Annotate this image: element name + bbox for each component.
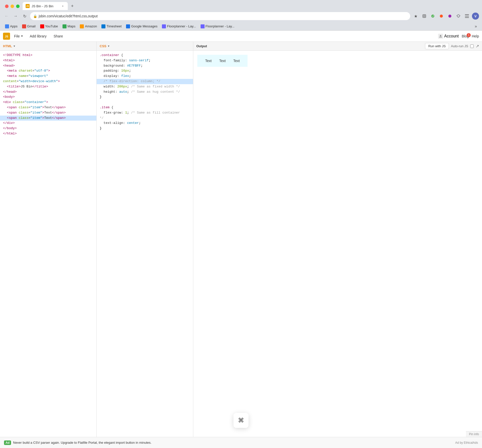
youtube-label: YouTube: [45, 24, 58, 28]
code-line: <span class="item">Text</span>: [0, 110, 96, 116]
output-text-3: Text: [229, 59, 244, 63]
bookmark-floorplanner-2[interactable]: Floorplanner - Lay...: [199, 23, 236, 29]
ad-text: Never build a CSV parser again. Upgrade …: [13, 441, 453, 444]
file-dropdown-icon: ▼: [21, 35, 23, 37]
gmessages-favicon: [126, 24, 130, 28]
code-line: <head>: [0, 63, 96, 69]
code-line-highlighted: <span class="item">Text</span>: [0, 116, 96, 121]
extension-button-3[interactable]: [446, 13, 453, 20]
svg-text:JS: JS: [5, 35, 8, 38]
code-line: content="width=device-width">: [0, 79, 96, 84]
html-dropdown-icon[interactable]: ▼: [13, 45, 16, 47]
svg-point-5: [448, 15, 451, 18]
ad-bar: Ad Never build a CSV parser again. Upgra…: [0, 437, 482, 448]
output-content: Text Text Text: [193, 51, 482, 448]
bookmarks-bar: Apps Gmail YouTube Maps Amazon Timesheet…: [0, 22, 482, 31]
css-panel-label: CSS: [100, 44, 106, 48]
code-line: .item {: [97, 105, 193, 110]
floorplanner1-favicon: [162, 24, 166, 28]
bookmark-gmail[interactable]: Gmail: [20, 23, 38, 29]
code-line: padding: 16px;: [97, 68, 193, 74]
svg-rect-8: [465, 17, 469, 18]
jsbin-logo: JS: [3, 33, 10, 40]
reader-mode-button[interactable]: [421, 13, 428, 20]
output-rendered-container: Text Text Text: [197, 55, 248, 67]
bookmark-youtube[interactable]: YouTube: [38, 23, 60, 29]
code-line: </html>: [0, 131, 96, 136]
account-label: Account: [444, 34, 459, 38]
html-code-editor[interactable]: <!DOCTYPE html> <html> <head> <meta char…: [0, 51, 96, 448]
code-line: <div class="container">: [0, 100, 96, 105]
css-panel-header: CSS ▼: [97, 42, 193, 51]
address-bar-input[interactable]: 🔒 jsbin.com/vicatuc/edit?html,css,output: [30, 12, 410, 20]
active-tab[interactable]: JS JS Bin - JS Bin ×: [23, 2, 68, 10]
refresh-button[interactable]: ↻: [21, 13, 28, 20]
browser-toolbar-icons: ★ ↺: [412, 13, 479, 20]
css-dropdown-icon[interactable]: ▼: [107, 45, 110, 47]
toolbar-right: Account Blog 1 Help: [438, 34, 479, 39]
code-line: text-align: center;: [97, 121, 193, 126]
floorplanner2-label: Floorplanner - Lay...: [206, 24, 234, 28]
expand-output-button[interactable]: ↗: [476, 44, 479, 48]
amazon-label: Amazon: [85, 24, 97, 28]
code-line: </head>: [0, 89, 96, 95]
code-line: <title>JS Bin</title>: [0, 84, 96, 89]
code-line: .container {: [97, 53, 193, 58]
code-line: */: [97, 116, 193, 121]
amazon-favicon: [80, 24, 84, 28]
timesheet-label: Timesheet: [106, 24, 122, 28]
output-panel: Output Run with JS Auto-run JS ↗ Text Te…: [193, 42, 482, 448]
css-panel: CSS ▼ .container { font-family: sans-ser…: [97, 42, 193, 448]
autorun-checkbox[interactable]: [470, 44, 474, 48]
chrome-menu-button[interactable]: [463, 13, 470, 20]
code-line: background: #E7FBFF;: [97, 63, 193, 69]
tab-title: JS Bin - JS Bin: [32, 4, 59, 8]
maps-label: Maps: [68, 24, 76, 28]
profile-avatar[interactable]: V: [472, 13, 479, 20]
bookmark-gmessages[interactable]: Google Messages: [124, 23, 159, 29]
bookmark-apps[interactable]: Apps: [3, 23, 20, 29]
keyboard-shortcut-overlay: ⌘: [233, 413, 249, 428]
back-button[interactable]: ←: [3, 13, 10, 20]
extension-button-1[interactable]: ↺: [429, 13, 436, 20]
blog-badge: 1: [467, 33, 471, 37]
code-line: flex-grow: 1; /* Same as fill container: [97, 110, 193, 116]
bookmark-amazon[interactable]: Amazon: [78, 23, 99, 29]
forward-button[interactable]: →: [12, 13, 19, 20]
output-text-2: Text: [215, 59, 229, 63]
bookmark-timesheet[interactable]: Timesheet: [99, 23, 124, 29]
file-menu-button[interactable]: File ▼: [12, 33, 25, 39]
tab-close-button[interactable]: ×: [61, 4, 65, 8]
svg-rect-0: [423, 15, 426, 18]
floorplanner2-favicon: [201, 24, 205, 28]
gmessages-label: Google Messages: [131, 24, 157, 28]
jsbin-app: JS File ▼ Add library Share Account Blog: [0, 31, 482, 448]
code-line: <meta charset="utf-8">: [0, 68, 96, 74]
ad-badge: Ad: [4, 440, 11, 445]
bookmark-maps[interactable]: Maps: [61, 23, 78, 29]
blog-button[interactable]: Blog 1: [462, 34, 469, 38]
extension-button-2[interactable]: [438, 13, 445, 20]
maximize-traffic-light[interactable]: [16, 5, 20, 8]
bookmarks-more-button[interactable]: »: [473, 23, 479, 30]
svg-text:↺: ↺: [432, 15, 434, 18]
editor-main: HTML ▼ <!DOCTYPE html> <html> <head> <me…: [0, 42, 482, 448]
close-traffic-light[interactable]: [5, 5, 9, 8]
share-button[interactable]: Share: [51, 33, 65, 39]
extensions-button[interactable]: [455, 13, 462, 20]
bookmark-star-button[interactable]: ★: [412, 13, 419, 20]
svg-point-4: [440, 15, 443, 18]
html-panel: HTML ▼ <!DOCTYPE html> <html> <head> <me…: [0, 42, 97, 448]
minimize-traffic-light[interactable]: [11, 5, 14, 8]
bookmark-floorplanner-1[interactable]: Floorplanner - Lay...: [160, 23, 198, 29]
floorplanner1-label: Floorplanner - Lay...: [167, 24, 196, 28]
add-library-button[interactable]: Add library: [27, 33, 49, 39]
help-button[interactable]: Help: [472, 34, 479, 38]
keyboard-shortcut-symbol: ⌘: [238, 417, 244, 424]
svg-rect-6: [465, 14, 469, 15]
new-tab-button[interactable]: +: [69, 3, 76, 10]
account-section[interactable]: Account: [438, 34, 459, 39]
pin-info: Pin info: [466, 431, 482, 437]
run-with-js-button[interactable]: Run with JS: [425, 43, 449, 49]
css-code-editor[interactable]: .container { font-family: sans-serif; ba…: [97, 51, 193, 448]
